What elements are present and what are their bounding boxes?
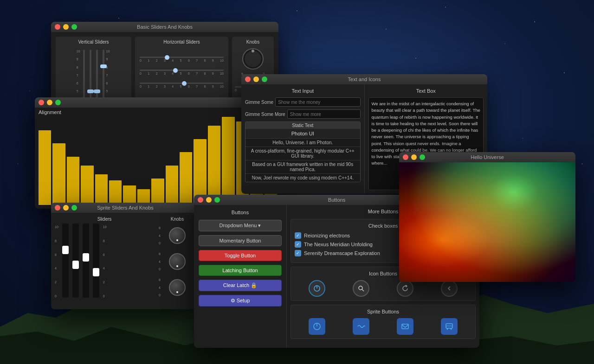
sprite-wave-icon [357,322,365,331]
sprite-bus-button[interactable] [441,318,458,335]
sprite-buttons-row [295,318,471,335]
svg-point-9 [359,286,362,290]
field1-input[interactable] [275,97,360,107]
bar-11 [180,152,192,205]
close-button[interactable] [55,24,60,30]
maximize-button[interactable] [71,24,77,30]
sprite-bus-icon [445,322,453,331]
sprite-slider-2[interactable] [72,261,79,269]
bar-5 [95,174,108,205]
v-slider-2-thumb[interactable] [87,89,94,93]
svg-rect-13 [402,324,408,329]
sprite-knob-group-2: 840 840 [159,249,196,274]
momentary-button[interactable]: Momentary Button [199,235,282,246]
search-icon [357,285,365,292]
basic-sliders-title: Basic Sliders And Knobs [137,24,193,30]
btn-close-button[interactable] [198,197,203,203]
checkbox-1-box[interactable]: ✓ [295,232,301,239]
setup-button[interactable]: ⚙ Setup [199,295,282,307]
svg-point-5 [252,50,254,52]
hello-close-button[interactable] [403,154,408,160]
hello-universe-title: Hello Universe [471,154,504,160]
v-slider-4-thumb[interactable] [100,64,107,68]
minimize-button[interactable] [63,24,69,30]
refresh-icon [401,285,409,292]
refresh-icon-button[interactable] [397,280,413,297]
sprite-close-button[interactable] [55,205,60,211]
v-slider-3-thumb[interactable] [94,89,100,93]
sprite-slider-1[interactable] [62,246,69,254]
bar-1 [39,130,51,205]
buttons-title: Buttons [328,197,345,203]
bar-14 [222,117,234,205]
h-slider-3-thumb[interactable] [182,81,187,86]
toggle-button[interactable]: Toggle Button [199,250,282,261]
sprite-knobs-label: Knobs [159,217,196,222]
back-icon-button[interactable] [441,280,458,297]
hello-maximize-button[interactable] [420,154,425,160]
search-icon-button[interactable] [353,280,369,297]
text-input-row-1: Gimme Some [245,97,361,107]
bar-9 [151,179,164,205]
dropdown-menu-button[interactable]: Dropdown Menu ▾ [199,220,282,231]
sprite-knob-3[interactable] [169,279,186,296]
hello-titlebar: Hello Universe [399,152,575,162]
knobs-title: Knobs [235,39,271,45]
power-icon-button[interactable] [309,280,325,297]
align-close-button[interactable] [39,100,44,105]
static-text-title: Static Text [245,122,360,129]
sprite-power-button[interactable] [309,318,325,335]
bar-10 [166,166,178,205]
bar-4 [81,166,93,205]
sprite-sliders-group: Sliders 1086420 [55,217,154,306]
latching-button[interactable]: Latching Button [199,265,282,276]
sprite-knob-group-3: 840 840 [159,275,196,300]
sprite-slider-4[interactable] [93,268,99,276]
sprite-minimize-button[interactable] [63,205,69,211]
knob-large[interactable]: 0 [241,47,265,70]
align-maximize-button[interactable] [55,100,61,105]
sprite-slider-3[interactable] [83,253,89,262]
hello-universe-body [399,162,575,282]
sprite-knob-group-1: 840 840 [159,224,196,248]
text-maximize-button[interactable] [262,77,267,82]
field2-input[interactable] [287,109,361,119]
text-titlebar: Text and Icons [241,74,487,84]
static-item-4: Based on a GUI framework written in the … [245,160,360,174]
checkbox-2-box[interactable]: ✓ [295,241,301,248]
field1-label: Gimme Some [245,100,273,105]
sprite-maximize-button[interactable] [71,205,77,211]
svg-text:0: 0 [252,70,254,70]
bar-6 [109,180,122,205]
align-minimize-button[interactable] [47,100,52,105]
static-item-1: Photon UI [245,129,360,139]
sprite-mail-button[interactable] [397,318,413,335]
bar-2 [52,143,65,205]
bar-7 [123,185,136,205]
nebula-image [399,162,575,282]
sprite-buttons-group: Sprite Buttons [291,305,476,339]
icon-buttons-row [295,280,471,297]
btn-maximize-button[interactable] [214,197,220,203]
text-close-button[interactable] [245,77,251,82]
sprite-sliders-title: Sprite Sliders And Knobs [97,205,154,211]
sprite-sliders-window: Sprite Sliders And Knobs Sliders 1086420 [51,203,200,309]
svg-rect-15 [447,328,448,330]
vertical-sliders-title: Vertical Sliders [58,39,129,45]
hello-universe-window: Hello Universe [399,152,575,282]
static-item-2: Hello, Universe. I am Photon. [245,139,360,147]
btn-minimize-button[interactable] [206,197,212,203]
sprite-wave-button[interactable] [353,318,369,335]
svg-point-4 [245,51,261,67]
clear-latch-button[interactable]: Clear Latch 🔒 [199,280,282,291]
sprite-knob-1[interactable] [169,227,186,244]
sprite-knob-2[interactable] [169,253,186,270]
hello-minimize-button[interactable] [411,154,417,160]
checkbox-3-box[interactable]: ✓ [295,250,301,256]
sprite-sliders-body: Sliders 1086420 [51,213,200,309]
checkbox-1-label: Reionizing electrons [304,233,350,238]
text-minimize-button[interactable] [253,77,259,82]
text-left-panel: Text Input Gimme Some Gimme Some More St… [241,84,365,194]
bar-13 [208,126,220,205]
check-icon-3: ✓ [296,251,300,255]
